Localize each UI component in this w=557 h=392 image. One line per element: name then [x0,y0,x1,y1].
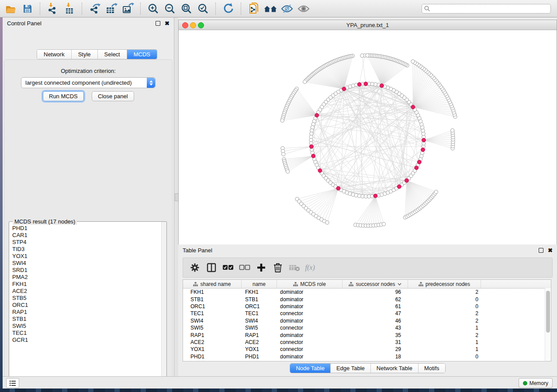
tab-node-table[interactable]: Node Table [290,364,331,373]
table-row[interactable]: SWI4SWI4dominator462 [183,317,551,324]
column-header-mcds-role[interactable]: MCDS role [277,280,343,288]
hide-panels-eye-icon[interactable] [280,2,294,16]
task-history-button[interactable] [6,378,19,388]
mcds-result-item[interactable]: TEC1 [12,330,161,337]
select-all-columns-icon[interactable] [221,260,235,275]
mcds-result-item[interactable]: SWI4 [12,260,161,267]
zoom-out-icon[interactable] [163,2,177,16]
table-cell[interactable]: PHD1 [183,354,242,360]
network-node[interactable] [366,54,369,57]
table-cell[interactable]: dominator [277,332,343,338]
clone-network-icon[interactable] [247,2,261,16]
network-node[interactable] [382,222,385,226]
network-node[interactable] [311,126,314,129]
tab-mcds[interactable]: MCDS [127,50,157,59]
mcds-node[interactable] [422,138,426,142]
export-image-icon[interactable] [121,2,135,16]
table-cell[interactable]: SWI5 [183,325,242,331]
mcds-result-item[interactable]: TID3 [12,246,161,253]
mcds-node[interactable] [374,194,377,198]
tab-select[interactable]: Select [98,50,127,59]
create-column-plus-icon[interactable] [254,260,269,275]
table-cell[interactable]: 62 [343,296,408,303]
table-cell[interactable]: STB1 [242,296,277,303]
network-node[interactable] [434,190,438,193]
table-cell[interactable]: 18 [343,354,408,360]
mcds-result-item[interactable]: SWI5 [12,323,161,330]
mcds-result-item[interactable]: CAR1 [12,232,161,239]
mcds-result-item[interactable]: STP4 [12,239,161,246]
table-cell[interactable]: dominator [277,303,343,309]
tab-style[interactable]: Style [72,50,98,59]
run-mcds-button[interactable]: Run MCDS [43,91,84,101]
column-header-successor-nodes[interactable]: successor nodes [343,280,408,288]
table-cell[interactable]: STB1 [183,296,242,303]
mcds-node[interactable] [415,166,419,170]
column-header-name[interactable]: name [242,280,277,288]
table-cell[interactable]: ACE2 [183,339,242,345]
network-canvas[interactable] [179,30,557,244]
table-cell[interactable]: 0 [408,354,481,360]
network-node[interactable] [411,60,415,63]
mcds-result-item[interactable]: STB5 [12,295,161,302]
mcds-node[interactable] [421,148,425,151]
table-scrollbar-thumb[interactable] [546,291,550,333]
network-node[interactable] [421,129,425,132]
mcds-result-item[interactable]: PMA2 [12,274,161,281]
tab-network-table[interactable]: Network Table [371,364,419,373]
network-node[interactable] [360,54,364,57]
float-panel-icon[interactable] [156,21,160,26]
mcds-node[interactable] [397,185,401,189]
table-cell[interactable]: 35 [343,332,408,338]
table-cell[interactable]: 43 [343,325,408,331]
tab-motifs[interactable]: Motifs [419,364,445,373]
network-node[interactable] [303,80,307,83]
mcds-node[interactable] [315,113,319,117]
table-cell[interactable]: 47 [343,310,408,316]
mcds-result-item[interactable]: FKH1 [12,281,161,288]
table-cell[interactable]: connector [277,325,343,331]
table-settings-gear-icon[interactable] [187,260,202,275]
network-overview-icon[interactable] [263,2,277,16]
table-cell[interactable]: RAP1 [242,332,277,338]
close-panel-icon[interactable]: ✖ [548,248,553,252]
table-cell[interactable]: FKH1 [242,289,277,295]
table-cell[interactable]: RAP1 [183,332,242,338]
zoom-selected-icon[interactable] [196,2,210,16]
mcds-node[interactable] [417,160,421,164]
mcds-node[interactable] [318,168,322,172]
mcds-node[interactable] [311,154,315,158]
memory-button[interactable]: Memory [519,378,553,388]
table-row[interactable]: ORC1ORC1dominator610 [183,303,551,310]
table-cell[interactable]: 2 [408,310,481,316]
export-network-icon[interactable] [88,2,102,16]
table-cell[interactable]: TEC1 [242,310,277,316]
table-cell[interactable]: TEC1 [183,310,242,316]
show-graphics-eye-icon[interactable] [297,2,311,16]
table-cell[interactable]: connector [277,310,343,316]
table-cell[interactable]: ORC1 [183,303,242,309]
import-table-icon[interactable] [62,2,76,16]
mcds-result-item[interactable]: PHD1 [12,225,161,232]
table-cell[interactable]: dominator [277,296,343,303]
network-node[interactable] [286,170,290,173]
table-row[interactable]: ACE2ACE2connector311 [183,339,551,346]
table-scrollbar[interactable] [545,288,551,361]
tab-edge-table[interactable]: Edge Table [331,364,371,373]
float-panel-icon[interactable] [539,248,543,253]
table-cell[interactable]: 1 [408,339,481,345]
mcds-result-item[interactable]: YOX1 [12,253,161,260]
table-cell[interactable]: dominator [277,318,343,324]
refresh-view-icon[interactable] [221,2,235,16]
table-cell[interactable]: SWI5 [242,325,277,331]
mcds-node[interactable] [342,87,346,91]
table-cell[interactable]: 0 [408,296,481,303]
delete-columns-trash-icon[interactable] [270,260,285,275]
table-cell[interactable]: dominator [277,289,343,295]
mcds-result-item[interactable]: ORC1 [12,302,161,309]
table-cell[interactable]: 1 [408,325,481,331]
mcds-list-scrollbar[interactable] [161,222,166,382]
minimize-window-icon[interactable] [190,22,196,28]
table-cell[interactable]: YOX1 [242,346,277,352]
close-window-icon[interactable] [182,22,188,28]
